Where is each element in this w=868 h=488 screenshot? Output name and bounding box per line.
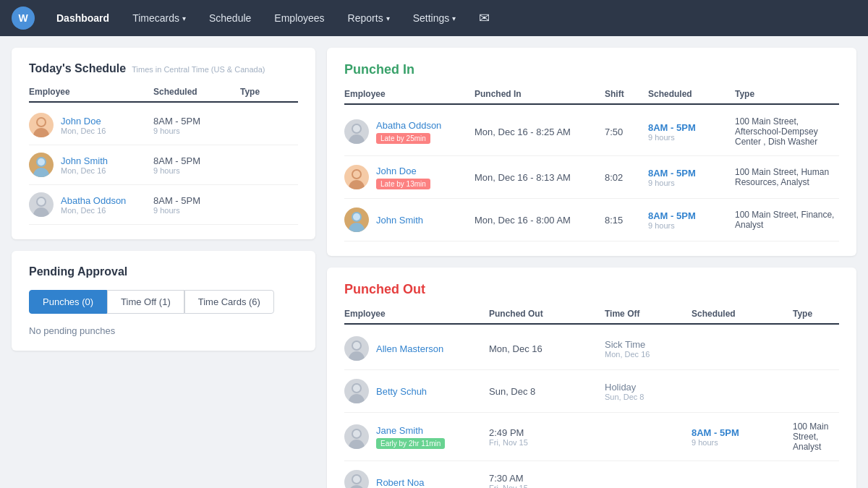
avatar: [344, 207, 369, 232]
avatar: [344, 470, 369, 488]
nav-employees[interactable]: Employees: [264, 7, 334, 30]
schedule-header: Employee Scheduled Type: [29, 87, 298, 103]
type-text: 100 Main Street, Human Resources, Analys…: [735, 167, 839, 187]
svg-point-1: [33, 128, 49, 137]
tab-punches[interactable]: Punches (0): [29, 290, 107, 314]
employee-name[interactable]: Abatha Oddson: [61, 195, 126, 206]
employee-cell: Betty Schuh: [344, 379, 489, 403]
employee-name[interactable]: John Doe: [61, 116, 106, 127]
late-badge: Late by 25min: [376, 133, 430, 144]
employee-date: Mon, Dec 16: [61, 206, 126, 215]
type-text: 100 Main Street, Analyst: [793, 421, 839, 452]
employee-date: Mon, Dec 16: [61, 166, 108, 175]
punched-in-title: Punched In: [344, 62, 839, 77]
table-row: Abatha Oddson Mon, Dec 16 8AM - 5PM 9 ho…: [29, 185, 298, 225]
table-row: John Doe Late by 13min Mon, Dec 16 - 8:1…: [344, 156, 839, 199]
employee-name[interactable]: Robert Noa: [376, 477, 424, 488]
todays-schedule-card: Today's Schedule Times in Central Time (…: [12, 48, 315, 239]
svg-point-22: [349, 394, 365, 403]
avatar: [344, 165, 369, 189]
employee-name[interactable]: John Smith: [376, 215, 423, 226]
avatar: [344, 424, 369, 449]
early-badge: Early by 2hr 11min: [376, 438, 445, 449]
employee-cell: Allen Masterson: [344, 336, 489, 361]
tab-timecards[interactable]: Time Cards (6): [184, 290, 274, 314]
svg-point-13: [349, 180, 365, 189]
svg-point-23: [353, 385, 360, 392]
employee-name[interactable]: Betty Schuh: [376, 386, 427, 397]
nav-logo: W: [12, 7, 35, 30]
nav-dashboard[interactable]: Dashboard: [46, 7, 119, 30]
punched-in-time: Mon, Dec 16 - 8:00 AM: [475, 215, 605, 226]
tab-timeoff[interactable]: Time Off (1): [107, 290, 184, 314]
avatar: [344, 119, 369, 144]
shift-time: 7:50: [605, 127, 648, 137]
table-row: John Smith Mon, Dec 16 - 8:00 AM 8:15 8A…: [344, 199, 839, 241]
punched-in-time: Mon, Dec 16 - 8:13 AM: [475, 172, 605, 183]
svg-point-17: [353, 213, 360, 221]
right-column: Punched In Employee Punched In Shift Sch…: [327, 48, 856, 488]
nav-reports[interactable]: Reports ▾: [338, 7, 400, 30]
avatar: [29, 113, 54, 137]
employee-cell: Abatha Oddson Mon, Dec 16: [29, 192, 153, 217]
main-content: Today's Schedule Times in Central Time (…: [0, 36, 868, 488]
employee-cell: Robert Noa: [344, 470, 489, 488]
svg-point-5: [38, 158, 45, 166]
punched-out-table: Employee Punched Out Time Off Scheduled …: [344, 309, 839, 488]
avatar: [29, 192, 54, 217]
pending-approval-card: Pending Approval Punches (0) Time Off (1…: [12, 251, 315, 351]
svg-point-19: [349, 351, 365, 361]
table-row: Allen Masterson Mon, Dec 16 Sick Time Mo…: [344, 328, 839, 370]
avatar: [344, 336, 369, 361]
employee-name[interactable]: Jane Smith: [376, 425, 445, 436]
svg-point-16: [349, 223, 365, 232]
late-badge: Late by 13min: [376, 179, 430, 189]
schedule-title: Today's Schedule: [29, 62, 126, 75]
table-row: John Doe Mon, Dec 16 8AM - 5PM 9 hours: [29, 106, 298, 145]
schedule-subtitle: Times in Central Time (US & Canada): [132, 65, 265, 74]
navbar: W Dashboard Timecards ▾ Schedule Employe…: [0, 0, 868, 36]
employee-name[interactable]: Abatha Oddson: [376, 120, 441, 131]
table-row: Jane Smith Early by 2hr 11min 2:49 PM Fr…: [344, 413, 839, 461]
employee-name[interactable]: John Smith: [61, 155, 108, 166]
employee-cell: John Doe Late by 13min: [344, 165, 475, 189]
employee-name[interactable]: John Doe: [376, 166, 430, 176]
employee-cell: John Doe Mon, Dec 16: [29, 113, 153, 137]
table-row: Robert Noa 7:30 AM Fri, Nov 15: [344, 461, 839, 488]
employee-name[interactable]: Allen Masterson: [376, 343, 443, 354]
table-row: John Smith Mon, Dec 16 8AM - 5PM 9 hours: [29, 145, 298, 185]
type-text: 100 Main Street, Finance, Analyst: [735, 210, 839, 230]
svg-point-14: [353, 171, 360, 178]
punched-in-table: Employee Punched In Shift Scheduled Type…: [344, 89, 839, 241]
svg-point-8: [38, 198, 45, 205]
nav-mail-icon[interactable]: ✉: [475, 6, 494, 30]
svg-point-11: [353, 125, 360, 132]
reports-chevron-icon: ▾: [386, 14, 390, 22]
left-column: Today's Schedule Times in Central Time (…: [12, 48, 315, 488]
pending-tabs: Punches (0) Time Off (1) Time Cards (6): [29, 290, 298, 314]
svg-point-29: [353, 476, 360, 483]
nav-timecards[interactable]: Timecards ▾: [122, 7, 196, 30]
type-text: 100 Main Street, Afterschool-Dempsey Cen…: [735, 116, 839, 147]
svg-point-26: [353, 430, 360, 437]
punched-in-time: Mon, Dec 16 - 8:25 AM: [475, 127, 605, 137]
nav-settings[interactable]: Settings ▾: [403, 7, 467, 30]
employee-cell: Jane Smith Early by 2hr 11min: [344, 424, 489, 449]
svg-point-28: [349, 485, 365, 488]
punched-out-card: Punched Out Employee Punched Out Time Of…: [327, 267, 856, 488]
employee-cell: John Smith: [344, 207, 475, 232]
punched-out-title: Punched Out: [344, 282, 839, 297]
employee-cell: John Smith Mon, Dec 16: [29, 153, 153, 177]
po-header: Employee Punched Out Time Off Scheduled …: [344, 309, 839, 325]
shift-time: 8:02: [605, 172, 648, 183]
svg-point-4: [33, 168, 49, 177]
nav-schedule[interactable]: Schedule: [199, 7, 261, 30]
svg-point-10: [349, 134, 365, 144]
empty-message: No pending punches: [29, 325, 298, 336]
svg-point-7: [33, 207, 49, 217]
avatar: [29, 153, 54, 177]
pending-title: Pending Approval: [29, 265, 298, 278]
pi-header: Employee Punched In Shift Scheduled Type: [344, 89, 839, 105]
table-row: Betty Schuh Sun, Dec 8 Holiday Sun, Dec …: [344, 370, 839, 413]
schedule-table: Employee Scheduled Type John Doe Mon, De…: [29, 87, 298, 225]
